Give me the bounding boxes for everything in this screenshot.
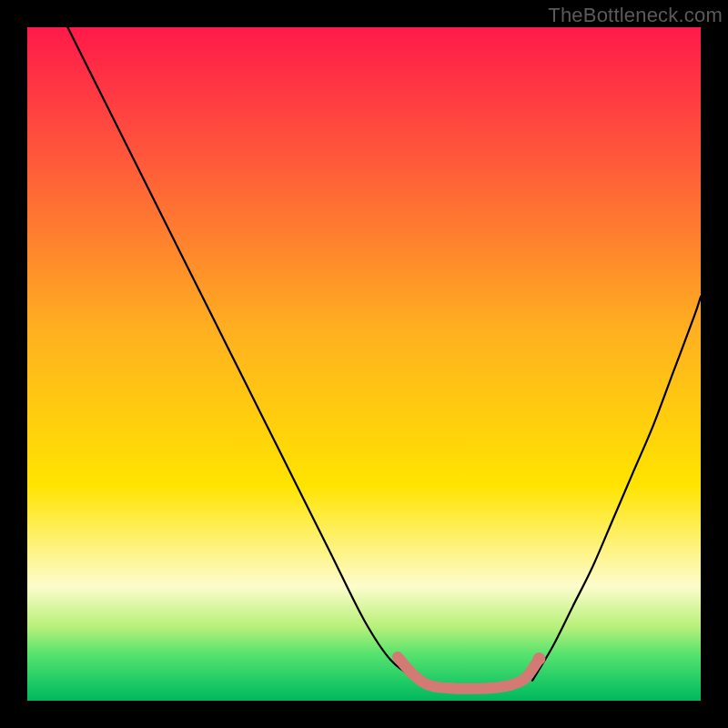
plot-area [27, 27, 701, 701]
chart-container: TheBottleneck.com [0, 0, 728, 728]
watermark-text: TheBottleneck.com [548, 4, 723, 27]
chart-svg [27, 27, 701, 701]
gradient-background [27, 27, 701, 701]
highlight-dot [532, 652, 545, 665]
